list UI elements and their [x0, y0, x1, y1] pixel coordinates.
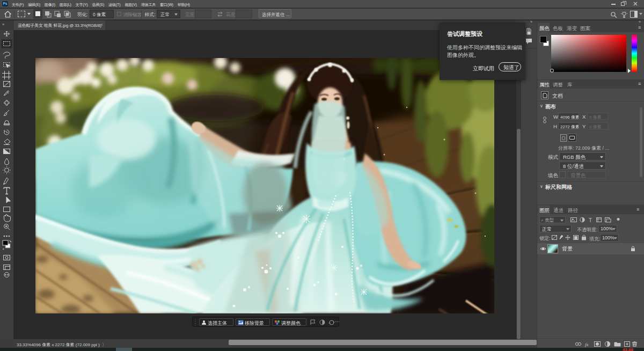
- svg-text:T: T: [589, 217, 592, 223]
- svg-text:fx: fx: [585, 342, 589, 347]
